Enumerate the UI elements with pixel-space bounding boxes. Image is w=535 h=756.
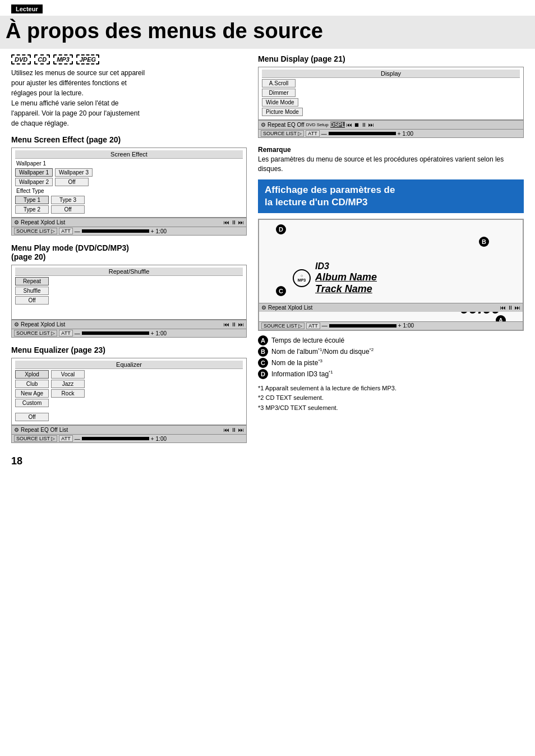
settings-icon4[interactable]: ⚙	[261, 122, 266, 128]
att-btn4[interactable]: ATT	[306, 130, 319, 137]
att-btn3[interactable]: ATT	[59, 435, 72, 442]
prev-eq-btn[interactable]: ⏮	[224, 427, 229, 433]
xplod-btn[interactable]: Xplod	[40, 219, 55, 225]
eq-off-disp-btn[interactable]: EQ Off	[287, 122, 304, 128]
page-number: 18	[0, 451, 535, 472]
eq-row4: Custom	[15, 399, 243, 407]
source-list-btn5[interactable]: SOURCE LIST ▷	[261, 322, 305, 329]
dimmer-btn[interactable]: Dimmer	[262, 89, 296, 97]
next-ctrl-btn[interactable]: ⏭	[238, 321, 244, 328]
next-cd-btn[interactable]: ⏭	[515, 305, 520, 311]
list-ctrl-btn[interactable]: List	[57, 321, 66, 328]
time-label5: 1:00	[403, 322, 414, 329]
prev-ctrl-btn[interactable]: ⏮	[224, 321, 229, 328]
play-off-btn[interactable]: Off	[15, 296, 49, 305]
list-btn[interactable]: List	[57, 219, 66, 225]
effect-type-row2: Type 2 Off	[15, 205, 243, 214]
remarque-title: Remarque	[258, 146, 524, 154]
left-column: DVD CD MP3 JPEG Utilisez les menus de so…	[11, 49, 247, 451]
repeat-cd-btn[interactable]: Repeat	[268, 305, 286, 311]
legend-item-c: C Nom de la piste*3	[258, 358, 524, 368]
source-list-btn2[interactable]: SOURCE LIST ▷	[14, 330, 57, 336]
pause-ctrl-btn[interactable]: ⏸	[231, 321, 237, 328]
legend-b-marker: B	[258, 347, 268, 357]
list-cd-btn[interactable]: List	[304, 305, 313, 311]
settings-icon3[interactable]: ⚙	[14, 427, 19, 433]
next-btn[interactable]: ⏭	[238, 219, 244, 225]
ascroll-btn[interactable]: A.Scroll	[262, 79, 296, 87]
equalizer-title: Equalizer	[15, 361, 243, 369]
progress-bar4	[329, 132, 396, 135]
progress-bar5	[329, 324, 396, 328]
att-btn5[interactable]: ATT	[306, 322, 320, 329]
dvd-icon: DVD	[11, 54, 31, 64]
equalizer-inner: Equalizer Xplod Vocal Club Jazz New Age …	[12, 358, 246, 425]
source-list-btn[interactable]: SOURCE LIST ▷	[14, 228, 57, 234]
jazz-eq-btn[interactable]: Jazz	[51, 380, 85, 388]
repeat-eq-btn[interactable]: Repeat	[21, 427, 39, 433]
shuffle-btn[interactable]: Shuffle	[15, 287, 49, 295]
dvd-setup-btn[interactable]: DVD Setup	[306, 122, 329, 127]
display-title: Display	[262, 70, 520, 78]
dspl-btn[interactable]: DSPL	[330, 122, 345, 128]
repeat-ctrl-btn[interactable]: Repeat	[21, 321, 39, 328]
type2-btn[interactable]: Type 2	[15, 205, 49, 214]
repeat-disp-btn[interactable]: Repeat	[268, 122, 285, 128]
source-list-btn4[interactable]: SOURCE LIST ▷	[261, 130, 304, 137]
screen-effect-ctrl-row: ⚙ Repeat Xplod List ⏮ ⏸ ⏭	[12, 218, 246, 227]
pause-eq-btn[interactable]: ⏸	[231, 427, 237, 433]
prev-cd-btn[interactable]: ⏮	[500, 305, 506, 311]
prev-disp-btn[interactable]: ⏮	[347, 122, 352, 128]
wallpaper2-off-btn[interactable]: Off	[55, 178, 89, 186]
c-marker: C	[276, 286, 286, 296]
legend-b-text: Nom de l'album*1/Nom du disque*2	[271, 347, 373, 356]
prev-btn[interactable]: ⏮	[224, 219, 229, 225]
eq-off-ctrl-btn[interactable]: EQ Off	[40, 427, 57, 433]
wallpaper3-btn[interactable]: Wallpaper 3	[55, 168, 93, 177]
album-name-display: Album Name	[315, 271, 377, 283]
wallpaper1-btn1[interactable]: Wallpaper 1	[15, 168, 53, 177]
list-eq-btn[interactable]: List	[59, 427, 68, 433]
eq-off-row: Off	[15, 413, 243, 421]
type1-btn[interactable]: Type 1	[15, 196, 49, 204]
pause-btn[interactable]: ⏸	[231, 219, 237, 225]
vocal-eq-btn[interactable]: Vocal	[51, 370, 85, 379]
next-eq-btn[interactable]: ⏭	[238, 427, 244, 433]
pause-disp-btn[interactable]: ⏹	[354, 122, 359, 128]
xplod-ctrl-btn[interactable]: Xplod	[40, 321, 55, 328]
legend-item-b: B Nom de l'album*1/Nom du disque*2	[258, 347, 524, 357]
shuffle-row: Shuffle	[15, 287, 243, 295]
settings-icon[interactable]: ⚙	[14, 219, 19, 225]
pause-disp2-btn[interactable]: ⏸	[361, 122, 367, 128]
wallpaper2-btn[interactable]: Wallpaper 2	[15, 178, 53, 186]
source-list-btn3[interactable]: SOURCE LIST ▷	[14, 435, 57, 442]
off-eq-btn[interactable]: Off	[15, 413, 49, 421]
att-btn2[interactable]: ATT	[59, 330, 72, 336]
settings-icon2[interactable]: ⚙	[14, 321, 19, 328]
pause-cd-btn[interactable]: ⏸	[508, 305, 513, 311]
time-label2: 1:00	[156, 330, 167, 336]
cd-icon: CD	[34, 54, 50, 64]
wide-mode-btn[interactable]: Wide Mode	[262, 98, 298, 107]
xplod-eq-btn[interactable]: Xplod	[15, 370, 49, 379]
screen-effect-heading: Menu Screen Effect (page 20)	[11, 135, 247, 144]
id3-display: ID3 Album Name Track Name	[315, 261, 377, 295]
display-device: Display A.Scroll Dimmer Wide Mode Pictur…	[258, 67, 524, 138]
picture-mode-btn[interactable]: Picture Mode	[262, 108, 303, 116]
next-disp-btn[interactable]: ⏭	[368, 122, 374, 128]
att-btn[interactable]: ATT	[59, 228, 72, 234]
repeat-btn[interactable]: Repeat	[21, 219, 39, 225]
display-section: Menu Display (page 21) Display A.Scroll …	[258, 54, 524, 138]
plus-label: +	[151, 228, 154, 234]
club-eq-btn[interactable]: Club	[15, 380, 49, 388]
xplod-cd-btn[interactable]: Xplod	[288, 305, 302, 311]
settings-icon5[interactable]: ⚙	[261, 305, 266, 311]
new-age-eq-btn[interactable]: New Age	[15, 389, 49, 398]
type3-btn[interactable]: Type 3	[51, 196, 85, 204]
type-off-btn[interactable]: Off	[51, 205, 85, 214]
rock-eq-btn[interactable]: Rock	[51, 389, 85, 398]
repeat-mode-btn[interactable]: Repeat	[15, 277, 49, 285]
custom-eq-btn[interactable]: Custom	[15, 399, 49, 407]
b-marker-area: B	[479, 237, 489, 247]
equalizer-section: Menu Equalizer (page 23) Equalizer Xplod…	[11, 345, 247, 443]
